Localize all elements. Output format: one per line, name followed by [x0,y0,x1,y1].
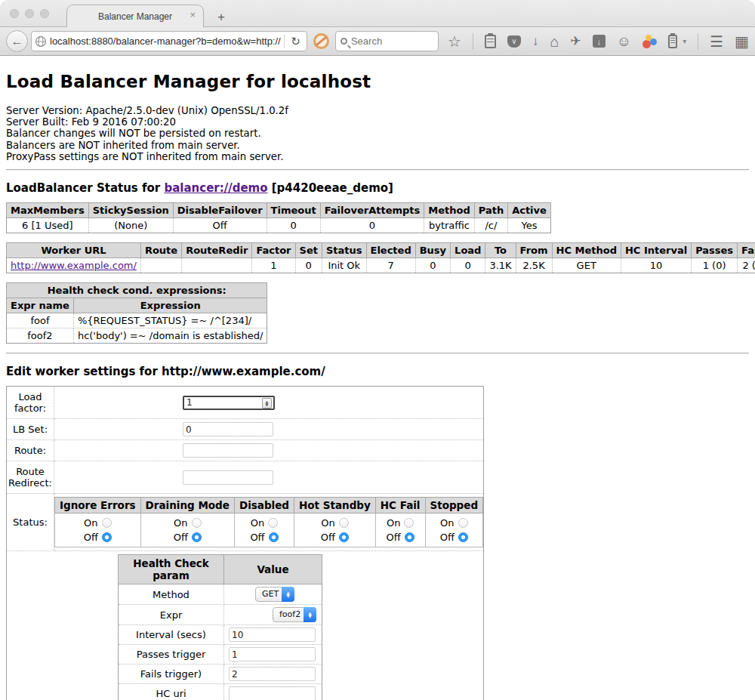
cell-load: 0 [451,258,485,273]
draining-mode-off-radio[interactable] [192,532,202,542]
hc-interval-label: Interval (secs) [119,625,224,645]
worker-url-link[interactable]: http://www.example.com/ [11,260,137,271]
title-bar: Balancer Manager × + [0,0,755,27]
chevron-down-icon[interactable]: ▾ [683,37,686,45]
cell-disablefailover: Off [173,218,267,233]
hc-fails-label: Fails trigger) [119,665,224,684]
browser-tab[interactable]: Balancer Manager × [66,5,204,27]
disabled-cell: On Off [234,513,294,547]
url-bar[interactable]: ↻ [31,31,307,51]
ignore-errors-cell: On Off [55,513,141,547]
menu-hamburger-icon[interactable]: ☰ [710,34,723,49]
server-built: Server Built: Feb 9 2016 07:00:20 [6,116,749,128]
hc-params-header-row: Health Check param Value [119,555,322,584]
downloads-icon[interactable]: ↓ [532,35,539,48]
hc-method-label: Method [119,584,224,605]
hot-standby-on-radio[interactable] [339,518,349,528]
hot-standby-off-radio[interactable] [339,532,349,542]
server-version: Server Version: Apache/2.5.0-dev (Unix) … [6,105,749,116]
off-label: Off [250,530,264,544]
ignore-errors-off-radio[interactable] [102,532,112,542]
home-icon[interactable]: ⌂ [550,34,559,49]
url-divider [284,35,285,48]
reload-icon[interactable]: ↻ [288,35,304,48]
worker-data-row: http://www.example.com/ 1 0 Init Ok 7 0 … [7,258,755,273]
cell-routeredir [182,258,252,273]
close-window-button[interactable] [10,9,19,18]
cell-maxmembers: 6 [1 Used] [7,218,89,233]
hc-fail-off-radio[interactable] [405,532,414,542]
worker-header-row: Worker URL Route RouteRedir Factor Set S… [7,243,755,258]
route-label: Route: [7,440,54,461]
save-box-icon[interactable]: ↓ [593,35,606,48]
hc-uri-input[interactable] [229,686,316,700]
disabled-on-radio[interactable] [268,518,278,528]
col-route: Route [140,243,181,258]
number-spinner-icon[interactable]: ▲▼ [262,398,272,409]
col-active: Active [508,203,551,218]
col-stopped: Stopped [425,498,483,513]
cell-stickysession: (None) [88,218,173,233]
col-elected: Elected [366,243,415,258]
spin-down-icon[interactable]: ▼ [266,403,269,406]
bookmark-star-icon[interactable]: ☆ [448,34,461,49]
expr-select[interactable]: foof2▲▼ [273,607,316,622]
cell-status: Init Ok [322,258,366,273]
hc-uri-label: HC uri [119,684,224,700]
off-label: Off [321,530,335,544]
route-input[interactable] [183,443,273,458]
url-input[interactable] [50,35,281,47]
search-bar[interactable] [335,31,439,51]
boxdown-arrow: ↓ [596,37,601,46]
hc-passes-input[interactable] [229,647,316,661]
pocket-chevron: ∨ [511,37,516,45]
cell-hc-method: GET [552,258,621,273]
send-plane-icon[interactable]: ✈ [570,35,581,48]
adblocker-icon[interactable] [313,33,329,49]
col-method: Method [424,203,474,218]
device-battery-icon[interactable] [668,35,677,48]
ignore-errors-on-radio[interactable] [102,518,112,528]
minimize-window-button[interactable] [25,9,34,18]
balancer-heading-prefix: LoadBalancer Status for [6,181,164,195]
col-path: Path [474,203,507,218]
disabled-off-radio[interactable] [269,532,279,542]
divider [6,169,749,171]
hc-expr-title-row: Health check cond. expressions: [7,283,267,298]
colored-dots-extension-icon[interactable] [643,35,657,48]
off-label: Off [387,530,401,544]
hc-interval-input[interactable] [229,628,316,642]
new-tab-button[interactable]: + [217,11,225,23]
hc-expr-row: Expr foof2▲▼ [119,605,322,625]
globe-icon [35,35,47,48]
hc-fail-on-radio[interactable] [404,518,414,528]
balancer-demo-link[interactable]: balancer://demo [164,181,267,195]
col-failoverattempts: FailoverAttempts [320,203,424,218]
feedback-smiley-icon[interactable]: ☺ [617,34,631,48]
balancer-data-row: 6 [1 Used] (None) Off 0 0 bytraffic /c/ … [7,218,551,233]
draining-mode-on-radio[interactable] [192,518,202,528]
search-input[interactable] [351,35,433,47]
on-label: On [387,516,400,530]
method-select[interactable]: GET▲▼ [255,587,294,602]
reading-list-icon[interactable] [485,35,496,48]
stopped-on-radio[interactable] [458,518,468,528]
on-label: On [440,516,454,530]
col-hc-interval: HC Interval [621,243,691,258]
col-hc-fail: HC Fail [375,498,425,513]
pocket-icon[interactable]: ∨ [507,35,521,48]
off-label: Off [174,530,188,544]
zoom-window-button[interactable] [40,9,49,18]
search-icon [341,38,347,45]
back-button[interactable]: ← [6,30,28,52]
hc-fails-input[interactable] [229,667,316,681]
cell-busy: 0 [415,258,450,273]
lb-set-input[interactable] [183,422,273,436]
load-factor-input[interactable] [183,396,275,410]
route-redirect-input[interactable] [183,470,273,485]
stopped-off-radio[interactable] [458,532,468,542]
tab-close-icon[interactable]: × [190,10,196,20]
grid-extension-icon[interactable]: ▦ [735,34,749,49]
hc-passes-row: Passes trigger [119,645,322,665]
load-factor-label: Load factor: [7,387,54,419]
